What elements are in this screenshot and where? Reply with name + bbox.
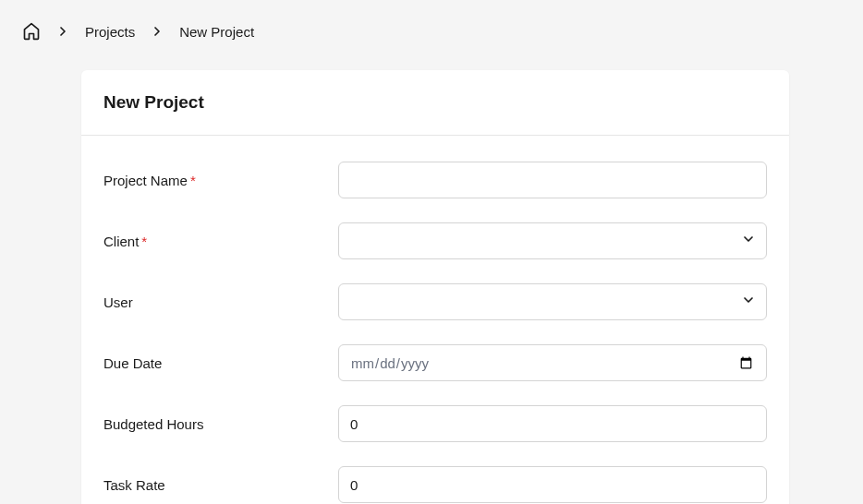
- budgeted-hours-input[interactable]: [338, 405, 767, 442]
- client-label: Client*: [103, 234, 338, 249]
- required-indicator: *: [141, 234, 147, 249]
- input-wrapper: [338, 344, 767, 381]
- task-rate-label: Task Rate: [103, 477, 338, 493]
- page-title: New Project: [103, 92, 767, 113]
- chevron-right-icon: [150, 24, 164, 39]
- form-card: New Project Project Name* Client*: [81, 70, 789, 504]
- due-date-input[interactable]: [338, 344, 767, 381]
- card-header: New Project: [81, 70, 789, 136]
- breadcrumb-current: New Project: [179, 24, 254, 40]
- project-name-label: Project Name*: [103, 173, 338, 188]
- client-select[interactable]: [338, 222, 767, 259]
- form-row-project-name: Project Name*: [103, 162, 767, 198]
- user-label: User: [103, 294, 338, 310]
- user-select[interactable]: [338, 283, 767, 320]
- home-icon[interactable]: [22, 22, 41, 41]
- select-wrapper: [338, 222, 767, 259]
- form-row-due-date: Due Date: [103, 344, 767, 381]
- form-row-user: User: [103, 283, 767, 320]
- form-row-client: Client*: [103, 222, 767, 259]
- project-name-input[interactable]: [338, 162, 767, 198]
- input-wrapper: [338, 405, 767, 442]
- label-text: Budgeted Hours: [103, 416, 203, 432]
- label-text: Due Date: [103, 355, 162, 371]
- breadcrumb: Projects New Project: [0, 0, 863, 63]
- chevron-right-icon: [55, 24, 70, 39]
- input-wrapper: [338, 162, 767, 198]
- label-text: Project Name: [103, 173, 188, 188]
- form-body: Project Name* Client*: [81, 136, 789, 504]
- form-row-task-rate: Task Rate: [103, 466, 767, 503]
- due-date-label: Due Date: [103, 355, 338, 371]
- label-text: User: [103, 294, 133, 310]
- select-wrapper: [338, 283, 767, 320]
- label-text: Task Rate: [103, 477, 165, 493]
- label-text: Client: [103, 234, 139, 249]
- form-row-budgeted-hours: Budgeted Hours: [103, 405, 767, 442]
- breadcrumb-projects-link[interactable]: Projects: [85, 24, 135, 40]
- task-rate-input[interactable]: [338, 466, 767, 503]
- budgeted-hours-label: Budgeted Hours: [103, 416, 338, 432]
- input-wrapper: [338, 466, 767, 503]
- required-indicator: *: [190, 173, 196, 188]
